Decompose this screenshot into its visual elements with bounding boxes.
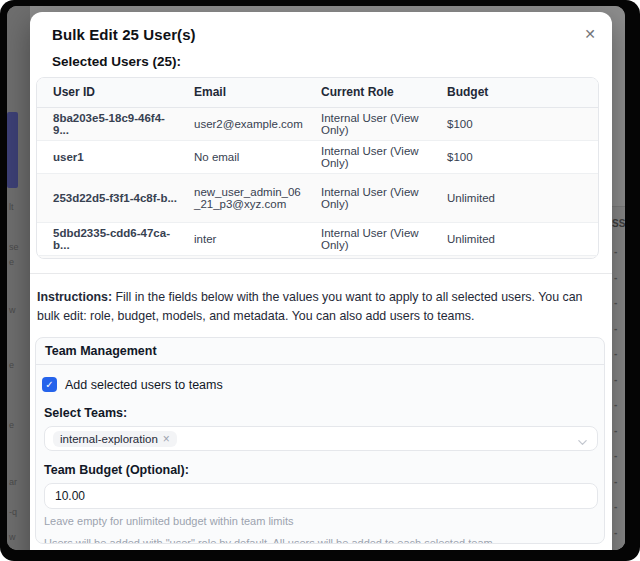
team-management-title: Team Management (36, 338, 604, 365)
add-users-checkbox-row: ✓ Add selected users to teams (42, 377, 596, 392)
add-users-checkbox-label: Add selected users to teams (65, 378, 223, 392)
background-text-fragment: -q (9, 507, 17, 517)
window-frame: lt se e w e e ar -q w SS - - - - - - - -… (0, 0, 640, 561)
background-nav-fragment (7, 112, 18, 188)
table-row: user1 No email Internal User (View Only)… (37, 140, 598, 173)
teams-multiselect[interactable]: internal-exploration × (44, 426, 598, 451)
bulk-edit-modal: Bulk Edit 25 User(s) ✕ Selected Users (2… (30, 12, 612, 550)
checkmark-icon: ✓ (45, 379, 53, 390)
table-row: 8ba203e5-18c9-46f4-9... user2@example.co… (37, 107, 598, 140)
background-cell-fragment: - (614, 399, 617, 410)
chevron-down-icon (577, 434, 588, 452)
background-cell-fragment: - (614, 425, 617, 436)
cell-current-role (313, 255, 439, 259)
remove-tag-icon[interactable]: × (163, 433, 170, 445)
background-text-fragment: w (9, 305, 16, 315)
background-cell-fragment: - (614, 323, 617, 334)
team-tag-label: internal-exploration (60, 433, 158, 445)
select-teams-label: Select Teams: (44, 406, 596, 420)
background-cell-fragment: - (614, 272, 617, 283)
cell-current-role: Internal User (View Only) (313, 107, 439, 140)
cell-user-id: 5dbd2335-cdd6-47ca-b... (37, 222, 186, 255)
instructions-body: Fill in the fields below with the values… (37, 290, 582, 323)
cell-user-id: 8ba203e5-18c9-46f4-9... (37, 107, 186, 140)
background-cell-fragment: - (614, 374, 617, 385)
table-row-clipped: internal-user-ui-qa-06-28- (37, 255, 598, 259)
column-header-user-id: User ID (37, 78, 186, 107)
background-cell-fragment: - (614, 246, 617, 257)
background-text-fragment: w (9, 532, 16, 542)
background-cell-fragment: - (614, 501, 617, 512)
background-cell-fragment: - (614, 527, 617, 538)
cell-budget: Unlimited (439, 173, 598, 222)
cell-budget: Unlimited (439, 222, 598, 255)
cell-user-id (37, 255, 186, 259)
role-helper-text: Users will be added with "user" role by … (44, 537, 596, 544)
instructions-label: Instructions: (37, 290, 112, 304)
background-left-strip: lt se e w e e ar -q w (7, 6, 30, 550)
selected-users-label: Selected Users (25): (52, 54, 181, 69)
cell-budget: $100 (439, 107, 598, 140)
column-header-budget: Budget (439, 78, 598, 107)
table-header-row: User ID Email Current Role Budget (37, 78, 598, 107)
team-budget-label: Team Budget (Optional): (44, 463, 596, 477)
background-cell-fragment: - (614, 476, 617, 487)
selected-users-table: User ID Email Current Role Budget 8ba203… (36, 77, 599, 259)
background-cell-fragment: - (614, 450, 617, 461)
background-text-fragment: lt (9, 202, 14, 212)
cell-email: internal-user-ui-qa-06-28- (186, 255, 313, 259)
background-text-fragment: ar (9, 477, 17, 487)
cell-user-id: user1 (37, 140, 186, 173)
cell-current-role: Internal User (View Only) (313, 222, 439, 255)
cell-email: inter (186, 222, 313, 255)
section-divider (30, 273, 612, 274)
background-text-fragment: e (9, 257, 14, 267)
column-header-current-role: Current Role (313, 78, 439, 107)
cell-email: No email (186, 140, 313, 173)
selected-team-tag: internal-exploration × (53, 431, 177, 447)
team-management-section: Team Management ✓ Add selected users to … (35, 337, 605, 544)
cell-current-role: Internal User (View Only) (313, 173, 439, 222)
background-column-header-fragment: SS (612, 218, 625, 229)
cell-email: new_user_admin_06_21_p3@xyz.com (186, 173, 313, 222)
background-text-fragment: e (9, 420, 14, 430)
instructions-text: Instructions: Fill in the fields below w… (37, 288, 607, 325)
column-header-email: Email (186, 78, 313, 107)
cell-user-id: 253d22d5-f3f1-4c8f-b... (37, 173, 186, 222)
dimmed-background-page: lt se e w e e ar -q w SS - - - - - - - -… (7, 6, 625, 550)
table-row: 5dbd2335-cdd6-47ca-b... inter Internal U… (37, 222, 598, 255)
background-cell-fragment: - (614, 348, 617, 359)
cell-current-role: Internal User (View Only) (313, 140, 439, 173)
add-users-checkbox[interactable]: ✓ (42, 377, 57, 392)
cell-budget: $100 (439, 140, 598, 173)
budget-helper-text: Leave empty for unlimited budget within … (44, 515, 596, 527)
team-budget-input[interactable] (44, 483, 598, 509)
close-icon[interactable]: ✕ (578, 22, 602, 46)
background-cell-fragment: - (614, 297, 617, 308)
cell-email: user2@example.com (186, 107, 313, 140)
background-text-fragment: e (9, 360, 14, 370)
table-row: 253d22d5-f3f1-4c8f-b... new_user_admin_0… (37, 173, 598, 222)
modal-title: Bulk Edit 25 User(s) (52, 26, 196, 43)
cell-budget (439, 255, 598, 259)
background-text-fragment: se (9, 242, 19, 252)
